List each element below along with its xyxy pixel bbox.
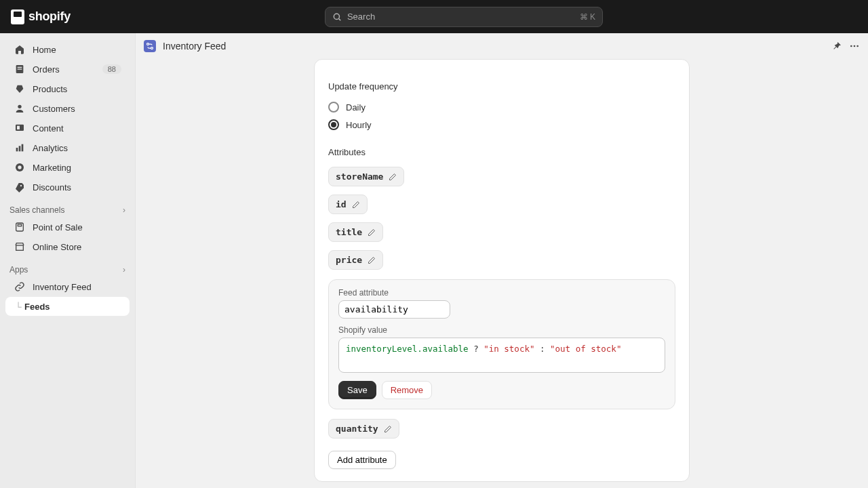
attribute-chip[interactable]: price xyxy=(328,250,383,270)
home-icon xyxy=(14,43,26,56)
content-icon xyxy=(14,122,26,134)
sidebar-item-label: Customers xyxy=(33,104,121,114)
attributes-label: Attributes xyxy=(328,147,675,157)
tree-connector-icon: └ xyxy=(12,302,24,312)
svg-point-5 xyxy=(18,105,21,108)
code-token: inventoryLevel.available xyxy=(346,344,469,354)
main-scroll[interactable]: Feed options Update frequency Daily Hour… xyxy=(136,59,868,488)
svg-rect-3 xyxy=(18,67,22,68)
svg-point-21 xyxy=(856,45,859,47)
more-icon[interactable] xyxy=(849,41,860,52)
sidebar-item-content[interactable]: Content xyxy=(5,119,130,138)
products-icon xyxy=(14,83,26,95)
attribute-list: storeName id title price Feed attribute xyxy=(328,164,675,441)
svg-point-17 xyxy=(147,43,149,45)
sidebar-item-online-store[interactable]: Online Store xyxy=(5,237,130,256)
chevron-right-icon: › xyxy=(123,265,125,274)
radio-label: Hourly xyxy=(346,120,372,130)
edit-icon xyxy=(352,201,360,209)
radio-icon xyxy=(328,102,339,113)
code-token: : xyxy=(534,344,550,354)
marketing-icon xyxy=(14,161,26,174)
svg-rect-10 xyxy=(22,144,24,152)
sidebar-item-marketing[interactable]: Marketing xyxy=(5,158,130,177)
sidebar-item-label: Marketing xyxy=(33,163,121,173)
sidebar-item-label: Orders xyxy=(33,64,96,75)
discounts-icon xyxy=(14,181,26,193)
page-header: Inventory Feed xyxy=(136,33,868,59)
shopify-value-input[interactable]: inventoryLevel.available ? "in stock" : … xyxy=(338,338,665,373)
code-token: "in stock" xyxy=(484,344,534,354)
sidebar-item-products[interactable]: Products xyxy=(5,79,130,98)
feed-options-card: Feed options Update frequency Daily Hour… xyxy=(314,59,690,482)
search-placeholder: Search xyxy=(347,12,375,22)
attribute-name: price xyxy=(336,255,362,265)
attribute-editor: Feed attribute Shopify value inventoryLe… xyxy=(328,279,675,409)
sidebar-item-label: Content xyxy=(33,123,121,134)
attribute-chip[interactable]: title xyxy=(328,222,383,242)
svg-point-12 xyxy=(18,165,21,169)
shopify-logo[interactable]: shopify xyxy=(11,9,71,24)
sidebar-item-label: Products xyxy=(33,84,121,94)
sidebar-item-home[interactable]: Home xyxy=(5,40,130,59)
link-icon xyxy=(14,281,26,293)
pos-icon xyxy=(14,221,26,233)
search-icon xyxy=(332,12,342,22)
update-frequency-label: Update frequency xyxy=(328,81,675,92)
analytics-icon xyxy=(14,142,26,154)
sales-channels-label: Sales channels xyxy=(9,205,64,215)
apps-label: Apps xyxy=(9,265,28,274)
add-attribute-button[interactable]: Add attribute xyxy=(328,451,396,469)
sidebar-subitem-feeds[interactable]: └ Feeds xyxy=(5,297,130,316)
radio-label: Daily xyxy=(346,102,366,113)
feed-attribute-label: Feed attribute xyxy=(338,288,665,298)
code-token: "out of stock" xyxy=(550,344,621,354)
edit-icon xyxy=(368,256,376,264)
sidebar-item-orders[interactable]: Orders 88 xyxy=(5,60,130,79)
sales-channels-heading[interactable]: Sales channels › xyxy=(0,197,135,218)
edit-icon xyxy=(384,425,392,433)
sidebar-item-customers[interactable]: Customers xyxy=(5,99,130,118)
sidebar-item-analytics[interactable]: Analytics xyxy=(5,138,130,157)
attribute-chip[interactable]: id xyxy=(328,195,368,214)
sidebar-item-label: Point of Sale xyxy=(33,222,121,232)
edit-icon xyxy=(389,173,397,181)
save-button[interactable]: Save xyxy=(338,381,376,399)
feed-attribute-input[interactable] xyxy=(338,300,450,319)
svg-rect-8 xyxy=(16,148,18,151)
logo-mark-icon xyxy=(11,9,24,24)
svg-line-1 xyxy=(339,18,341,20)
sidebar-item-label: Online Store xyxy=(33,242,121,252)
sidebar-item-label: Analytics xyxy=(33,143,121,153)
radio-hourly[interactable]: Hourly xyxy=(328,116,675,134)
svg-point-18 xyxy=(151,47,153,49)
topbar: shopify Search ⌘ K xyxy=(0,0,868,33)
pin-icon[interactable] xyxy=(831,41,842,52)
sidebar-subitem-label: Feeds xyxy=(24,302,50,312)
apps-heading[interactable]: Apps › xyxy=(0,257,135,277)
remove-button[interactable]: Remove xyxy=(382,381,432,399)
sidebar-item-discounts[interactable]: Discounts xyxy=(5,178,130,197)
attribute-name: storeName xyxy=(336,171,383,182)
svg-point-0 xyxy=(334,14,339,19)
sidebar-item-pos[interactable]: Point of Sale xyxy=(5,218,130,237)
radio-icon xyxy=(328,119,339,130)
edit-icon xyxy=(368,228,376,237)
attribute-name: id xyxy=(336,199,347,209)
app-icon xyxy=(144,40,156,52)
search-shortcut: ⌘ K xyxy=(580,12,595,22)
svg-rect-4 xyxy=(18,68,22,69)
svg-point-20 xyxy=(854,45,856,47)
sidebar-item-label: Discounts xyxy=(33,182,121,192)
svg-rect-16 xyxy=(16,245,24,250)
svg-point-13 xyxy=(20,185,22,186)
sidebar: Home Orders 88 Products Customers Conten… xyxy=(0,33,136,488)
radio-daily[interactable]: Daily xyxy=(328,98,675,116)
sidebar-item-inventory-feed[interactable]: Inventory Feed xyxy=(5,277,130,296)
search-input[interactable]: Search ⌘ K xyxy=(325,7,603,27)
code-token: ? xyxy=(469,344,484,354)
attribute-chip[interactable]: quantity xyxy=(328,419,399,439)
attribute-chip[interactable]: storeName xyxy=(328,167,404,186)
customers-icon xyxy=(14,102,26,115)
sidebar-item-label: Inventory Feed xyxy=(33,282,121,292)
